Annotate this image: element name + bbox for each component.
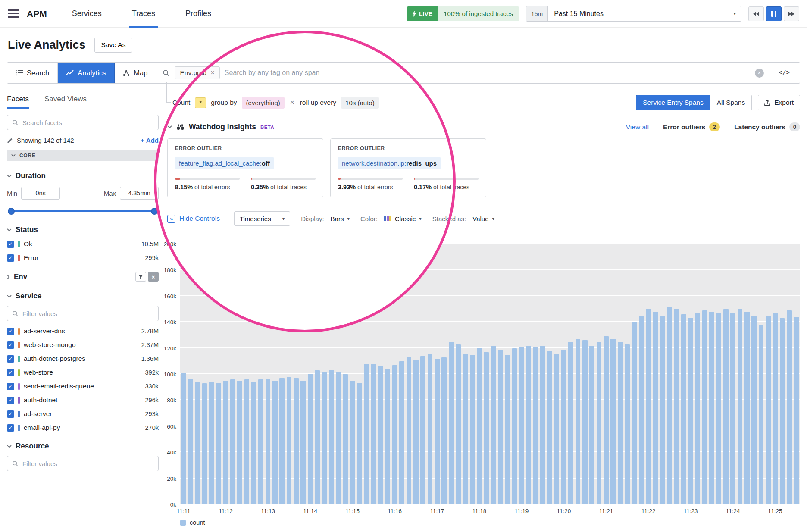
export-button[interactable]: Export (758, 95, 800, 110)
chart-bar[interactable] (251, 382, 256, 504)
checkbox-checked[interactable]: ✓ (7, 424, 14, 432)
chart-bar[interactable] (300, 381, 306, 504)
checkbox-checked[interactable]: ✓ (7, 397, 14, 404)
checkbox-checked[interactable]: ✓ (7, 341, 14, 349)
duration-slider[interactable] (8, 207, 158, 215)
duration-max-input[interactable] (120, 187, 159, 200)
chart-bar[interactable] (329, 370, 334, 504)
chart-bar[interactable] (568, 342, 573, 505)
chart-bar[interactable] (350, 381, 355, 504)
chart-bar[interactable] (526, 346, 531, 504)
service-entry-spans-button[interactable]: Service Entry Spans (636, 95, 710, 110)
time-range-select[interactable]: 15m Past 15 Minutes ▾ (526, 6, 741, 22)
card-tag-pill[interactable]: feature_flag.ad_local_cache:off (175, 157, 274, 169)
chart-bar[interactable] (456, 344, 461, 504)
chart-bar[interactable] (336, 372, 341, 504)
chart-bar[interactable] (279, 378, 285, 504)
chart-bar[interactable] (653, 312, 658, 504)
chart-bar[interactable] (216, 383, 221, 504)
error-outliers-link[interactable]: Error outliers 2 (663, 122, 720, 131)
chart-bar[interactable] (547, 351, 552, 504)
chart-bar[interactable] (610, 339, 616, 504)
resource-header[interactable]: Resource (7, 442, 159, 451)
chart-bar[interactable] (441, 357, 447, 504)
checkbox-checked[interactable]: ✓ (7, 383, 14, 390)
error-outlier-card-2[interactable]: ERROR OUTLIER network.destination.ip:red… (330, 138, 486, 197)
slider-handle-min[interactable] (8, 208, 15, 215)
chart-bar[interactable] (407, 357, 412, 504)
chart-bar[interactable] (751, 316, 757, 504)
chart-bar[interactable] (773, 313, 778, 504)
fast-forward-button[interactable] (784, 6, 799, 21)
chart-bar[interactable] (392, 365, 397, 504)
chart-bar[interactable] (364, 364, 369, 504)
chart-bar[interactable] (209, 382, 214, 504)
chart-bar[interactable] (716, 313, 722, 504)
chart-bar[interactable] (787, 310, 792, 504)
chart-bar[interactable] (420, 356, 425, 504)
duration-header[interactable]: Duration (7, 172, 159, 180)
chart-bar[interactable] (780, 318, 785, 504)
chart-bar[interactable] (540, 346, 545, 504)
checkbox-checked[interactable]: ✓ (7, 328, 14, 335)
status-header[interactable]: Status (7, 225, 159, 234)
env-header[interactable]: Env × (7, 272, 159, 282)
core-group-header[interactable]: CORE (7, 150, 159, 161)
save-as-button[interactable]: Save As (94, 38, 133, 53)
chart-bar[interactable] (470, 355, 475, 504)
checkbox-checked[interactable]: ✓ (7, 254, 14, 262)
chart-bar[interactable] (554, 354, 560, 504)
tab-services[interactable]: Services (72, 0, 102, 28)
view-all-link[interactable]: View all (626, 123, 649, 131)
display-select[interactable]: Bars ▾ (331, 215, 350, 222)
chart-bar[interactable] (237, 381, 242, 504)
chart-plot-area[interactable]: 0k20k40k60k80k100k120k140k160k180k200k (180, 244, 800, 504)
chart-bar[interactable] (230, 379, 235, 504)
filter-icon[interactable] (135, 272, 146, 282)
tab-saved-views[interactable]: Saved Views (44, 95, 87, 109)
chart-bar[interactable] (738, 309, 743, 504)
chart-bar[interactable] (660, 316, 665, 504)
chart-bar[interactable] (512, 348, 517, 504)
chart-bar[interactable] (744, 312, 750, 504)
chart-bar[interactable] (181, 373, 186, 504)
chart-bar[interactable] (681, 314, 686, 504)
checkbox-checked[interactable]: ✓ (7, 410, 14, 418)
facet-search-input[interactable] (22, 119, 153, 126)
duration-min-input[interactable] (21, 187, 60, 200)
checkbox-checked[interactable]: ✓ (7, 355, 14, 363)
chart-type-select[interactable]: Timeseries ▾ (234, 211, 290, 226)
chart-bar[interactable] (308, 374, 313, 504)
all-spans-button[interactable]: All Spans (710, 95, 752, 110)
rewind-button[interactable] (748, 6, 764, 21)
measure-select[interactable]: Count (172, 99, 190, 106)
chart-bar[interactable] (287, 377, 292, 504)
service-filter-input[interactable] (22, 310, 153, 317)
checkbox-checked[interactable]: ✓ (7, 241, 14, 248)
chart-bar[interactable] (582, 340, 588, 504)
chart-bar[interactable] (378, 366, 383, 504)
code-view-icon[interactable]: </> (776, 69, 793, 76)
menu-icon[interactable] (8, 9, 19, 18)
live-button[interactable]: LIVE (407, 6, 438, 21)
chart-bar[interactable] (766, 316, 771, 504)
error-outlier-card-1[interactable]: ERROR OUTLIER feature_flag.ad_local_cach… (167, 138, 323, 197)
chart-bar[interactable] (491, 346, 496, 504)
chart-bar[interactable] (371, 364, 376, 504)
slider-handle-max[interactable] (151, 208, 158, 215)
chart-bar[interactable] (674, 309, 679, 504)
chart-bar[interactable] (632, 322, 637, 504)
resource-filter-input[interactable] (22, 460, 153, 467)
clear-search-icon[interactable]: × (755, 69, 764, 78)
remove-tag-icon[interactable]: × (210, 69, 214, 76)
latency-outliers-link[interactable]: Latency outliers 0 (734, 122, 800, 131)
chart-bar[interactable] (589, 346, 594, 504)
service-header[interactable]: Service (7, 292, 159, 300)
chart-bar[interactable] (498, 350, 503, 504)
span-search-input[interactable] (225, 69, 750, 77)
chart-bar[interactable] (357, 383, 362, 504)
chart-bar[interactable] (477, 348, 482, 504)
pause-button[interactable] (766, 6, 782, 21)
chart-bar[interactable] (639, 316, 644, 504)
chart-bar[interactable] (702, 310, 707, 504)
